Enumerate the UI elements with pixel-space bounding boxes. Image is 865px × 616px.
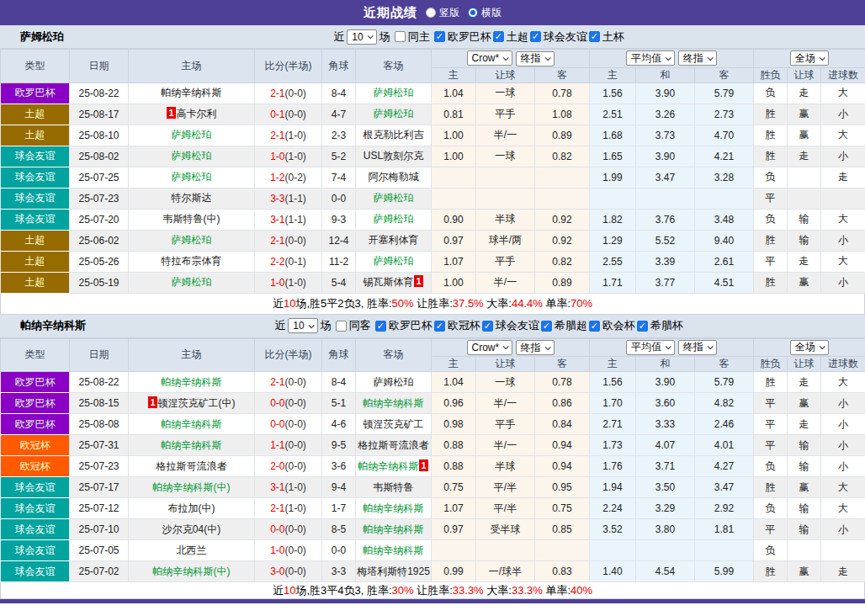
- fulltime-select[interactable]: 全场: [790, 50, 829, 66]
- away-team-cell[interactable]: 阿尔梅勒城: [356, 167, 432, 188]
- checkbox-checked-icon[interactable]: [434, 31, 445, 42]
- away-team-cell[interactable]: 萨姆松珀: [356, 82, 432, 104]
- handicap-final-select[interactable]: 终指: [516, 51, 555, 66]
- radio-checked-icon[interactable]: [468, 8, 478, 18]
- home-team-cell[interactable]: 帕纳辛纳科斯: [129, 435, 255, 456]
- away-team-cell[interactable]: 根克勒比利吉: [356, 125, 432, 146]
- league-filter-item[interactable]: 希腊杯: [635, 318, 683, 333]
- checkbox-checked-icon[interactable]: [589, 31, 600, 42]
- checkbox-unchecked-icon[interactable]: [336, 321, 347, 332]
- match-count-select[interactable]: 10: [288, 318, 317, 333]
- bookmaker-select[interactable]: Crow*: [467, 340, 513, 355]
- checkbox-checked-icon[interactable]: [637, 321, 648, 332]
- bookmaker-select[interactable]: Crow*: [467, 50, 513, 66]
- league-filter-item[interactable]: 欧会杯: [587, 318, 635, 333]
- home-team-cell[interactable]: 北西兰: [129, 540, 255, 561]
- home-team-cell[interactable]: 布拉加(中): [129, 498, 255, 519]
- league-filter-item[interactable]: 欧罗巴杯: [374, 318, 432, 333]
- checkbox-checked-icon[interactable]: [434, 321, 445, 332]
- away-team-cell[interactable]: 萨姆松珀: [356, 251, 432, 272]
- away-team-cell[interactable]: 锡瓦斯体育1: [356, 272, 432, 293]
- section-header: 萨姆松珀 近 10 场 同主 欧罗巴杯 土超 球会友谊 土杯: [0, 25, 865, 49]
- home-team-cell[interactable]: 帕纳辛纳科斯: [129, 414, 255, 435]
- checkbox-checked-icon[interactable]: [530, 31, 541, 42]
- away-team-cell[interactable]: USL敦刻尔克: [356, 146, 432, 167]
- avg-home-cell: 1.71: [590, 272, 636, 293]
- stats-table: 类型 日期 主场 比分(半场) 角球 客场 Crow* 终指 平均值 终指: [0, 338, 865, 583]
- same-venue-filter[interactable]: 同客: [334, 318, 371, 333]
- rank-badge: 1: [167, 107, 175, 119]
- away-team-cell[interactable]: 萨姆松珀: [356, 104, 432, 125]
- result-handicap-cell: 赢: [788, 272, 821, 293]
- league-filter-item[interactable]: 土杯: [587, 29, 624, 45]
- away-team-cell[interactable]: 韦斯特鲁: [356, 477, 432, 498]
- average-final-select[interactable]: 终指: [678, 50, 717, 66]
- away-team-cell[interactable]: 顿涅茨克矿工: [356, 414, 432, 435]
- league-filter-label: 土超: [507, 29, 528, 45]
- home-team-cell[interactable]: 帕纳辛纳科斯: [129, 372, 255, 393]
- team-name-text: 萨姆松珀: [172, 234, 212, 246]
- checkbox-checked-icon[interactable]: [493, 31, 504, 42]
- home-team-cell[interactable]: 帕纳辛纳科斯(中): [129, 561, 255, 582]
- chevron-down-icon: [367, 33, 373, 39]
- home-team-cell[interactable]: 萨姆松珀: [129, 230, 255, 251]
- home-team-cell[interactable]: 萨姆松珀: [129, 125, 255, 146]
- handicap-final-select[interactable]: 终指: [516, 340, 555, 355]
- layout-vertical-option[interactable]: 竖版: [426, 6, 459, 20]
- col-header-type: 类型: [1, 338, 70, 372]
- away-team-cell[interactable]: 开塞利体育: [356, 230, 432, 251]
- league-filter-item[interactable]: 希腊超: [539, 318, 587, 333]
- home-team-cell[interactable]: 1顿涅茨克矿工(中): [129, 393, 255, 414]
- halftime-score: (0-2): [285, 172, 306, 183]
- home-team-cell[interactable]: 萨姆松珀: [129, 272, 255, 293]
- near-label: 近: [333, 29, 344, 45]
- league-filter-item[interactable]: 球会友谊: [480, 318, 539, 333]
- summary-stat-value: 10: [284, 297, 295, 310]
- fulltime-select[interactable]: 全场: [790, 340, 829, 355]
- away-team-cell[interactable]: 帕纳辛纳科斯: [356, 540, 432, 561]
- away-team-cell[interactable]: 格拉斯哥流浪者: [356, 435, 432, 456]
- away-team-cell[interactable]: 萨姆松珀: [356, 209, 432, 230]
- score-cell: 0-1(0-0): [255, 104, 322, 125]
- checkbox-checked-icon[interactable]: [541, 321, 552, 332]
- checkbox-checked-icon[interactable]: [589, 321, 600, 332]
- home-team-cell[interactable]: 韦斯特鲁(中): [129, 209, 255, 230]
- checkbox-unchecked-icon[interactable]: [395, 31, 406, 42]
- league-type-cell: 土超: [1, 104, 70, 125]
- match-count-select[interactable]: 10: [347, 29, 376, 45]
- odds-away-cell: 0.89: [535, 272, 590, 293]
- league-filter-item[interactable]: 欧冠杯: [432, 318, 480, 333]
- home-team-cell[interactable]: 萨姆松珀: [129, 167, 255, 188]
- score-cell: 2-0(0-0): [255, 456, 322, 477]
- home-team-cell[interactable]: 帕纳辛纳科斯(中): [129, 477, 255, 498]
- layout-horizontal-option[interactable]: 横版: [468, 6, 501, 20]
- away-team-cell[interactable]: 帕纳辛纳科斯: [356, 519, 432, 540]
- away-team-cell[interactable]: 梅塔利斯特1925: [356, 561, 432, 582]
- average-select[interactable]: 平均值: [626, 50, 675, 66]
- away-team-cell[interactable]: 帕纳辛纳科斯: [356, 393, 432, 414]
- checkbox-checked-icon[interactable]: [375, 321, 386, 332]
- away-team-cell[interactable]: 萨姆松珀: [356, 372, 432, 393]
- odds-handicap-cell: 一球: [476, 146, 535, 167]
- chevron-down-icon: [820, 344, 825, 350]
- league-filter-item[interactable]: 土超: [491, 29, 528, 45]
- date-cell: 25-07-02: [70, 561, 129, 582]
- away-team-cell[interactable]: 萨姆松珀: [356, 188, 432, 209]
- away-team-cell[interactable]: 帕纳辛纳科斯: [356, 498, 432, 519]
- same-venue-filter[interactable]: 同主: [393, 29, 430, 45]
- average-final-select[interactable]: 终指: [678, 340, 717, 355]
- home-team-cell[interactable]: 帕纳辛纳科斯: [129, 82, 255, 104]
- home-team-cell[interactable]: 格拉斯哥流浪者: [129, 456, 255, 477]
- home-team-cell[interactable]: 特尔斯达: [129, 188, 255, 209]
- league-filter-item[interactable]: 欧罗巴杯: [432, 29, 491, 45]
- away-team-cell[interactable]: 帕纳辛纳科斯1: [356, 456, 432, 477]
- checkbox-checked-icon[interactable]: [482, 321, 493, 332]
- home-team-cell[interactable]: 沙尔克04(中): [129, 519, 255, 540]
- radio-unchecked-icon[interactable]: [426, 8, 436, 18]
- home-team-cell[interactable]: 特拉布宗体育: [129, 251, 255, 272]
- home-team-cell[interactable]: 1高卡尔利: [129, 104, 255, 125]
- average-select[interactable]: 平均值: [626, 340, 675, 355]
- home-team-cell[interactable]: 萨姆松珀: [129, 146, 255, 167]
- score-cell: 2-1(0-0): [255, 82, 322, 104]
- league-filter-item[interactable]: 球会友谊: [528, 29, 587, 45]
